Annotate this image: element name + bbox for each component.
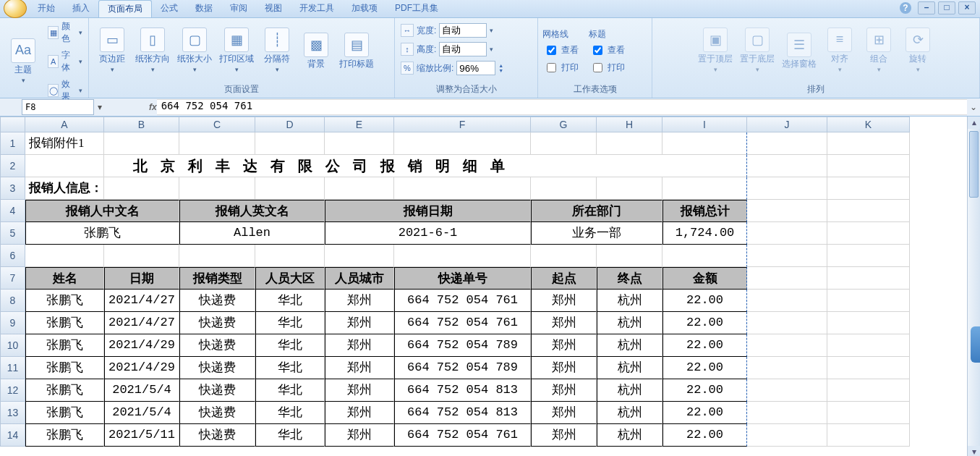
minimize-button[interactable]: –	[918, 1, 935, 14]
cell[interactable]: 2021/4/27	[104, 312, 179, 334]
cell[interactable]	[827, 424, 910, 447]
scale-height-input[interactable]	[439, 42, 487, 56]
row-header-13[interactable]: 13	[0, 402, 25, 424]
cell[interactable]	[827, 357, 910, 379]
tab-加载项[interactable]: 加载项	[343, 0, 386, 17]
cell[interactable]	[747, 222, 827, 245]
cell[interactable]: 快递费	[179, 357, 255, 379]
cell[interactable]: 郑州	[531, 379, 597, 402]
cell[interactable]: 郑州	[531, 357, 597, 379]
cell[interactable]: 张鹏飞	[25, 379, 104, 402]
cell[interactable]: 2021-6-1	[325, 222, 531, 245]
cell[interactable]	[747, 424, 827, 447]
cell[interactable]	[179, 177, 255, 200]
row-header-6[interactable]: 6	[0, 245, 25, 267]
cell[interactable]: 郑州	[531, 334, 597, 357]
name-box[interactable]: F8	[22, 99, 94, 115]
print-area-button[interactable]: ▦打印区域▾	[216, 26, 257, 76]
cell[interactable]	[597, 177, 662, 200]
cell[interactable]	[827, 402, 910, 424]
col-header-K[interactable]: K	[827, 117, 910, 132]
app-logo-icon[interactable]	[4, 0, 27, 18]
theme-colors-button[interactable]: ▦颜色 ▾	[46, 20, 84, 46]
cell[interactable]: 2021/4/29	[104, 357, 179, 379]
cell[interactable]: 杭州	[597, 379, 662, 402]
cell[interactable]: 快递费	[179, 424, 255, 447]
col-header-J[interactable]: J	[747, 117, 827, 132]
cell[interactable]: 人员大区	[255, 267, 325, 290]
cell[interactable]	[827, 222, 910, 245]
row-header-5[interactable]: 5	[0, 222, 25, 245]
col-header-F[interactable]: F	[394, 117, 531, 132]
cell[interactable]	[531, 177, 597, 200]
cell[interactable]: 快递费	[179, 334, 255, 357]
cell[interactable]	[662, 245, 747, 267]
cell[interactable]: 杭州	[597, 312, 662, 334]
cell[interactable]: 业务一部	[531, 222, 662, 245]
cell[interactable]	[255, 132, 325, 155]
cell[interactable]: 起点	[531, 267, 597, 290]
cell[interactable]	[394, 177, 531, 200]
cell[interactable]: 日期	[104, 267, 179, 290]
cell[interactable]: 664 752 054 761	[394, 312, 531, 334]
cell[interactable]	[255, 177, 325, 200]
cell[interactable]: 664 752 054 813	[394, 402, 531, 424]
cell[interactable]	[325, 177, 394, 200]
spinner-up-icon[interactable]: ▲	[498, 63, 503, 68]
cell[interactable]	[747, 334, 827, 357]
cell[interactable]	[747, 155, 827, 177]
cell[interactable]: 2021/5/11	[104, 424, 179, 447]
fx-icon[interactable]: fx	[149, 102, 157, 112]
cell[interactable]: 664 752 054 813	[394, 379, 531, 402]
grid-view-checkbox[interactable]: 查看	[542, 43, 580, 58]
cell[interactable]: 张鹏飞	[25, 290, 104, 312]
cell[interactable]	[597, 132, 662, 155]
cell[interactable]	[747, 312, 827, 334]
side-slider-icon[interactable]	[971, 326, 980, 363]
cell[interactable]	[827, 379, 910, 402]
cell[interactable]: 张鹏飞	[25, 334, 104, 357]
cell[interactable]: 郑州	[531, 424, 597, 447]
spinner-down-icon[interactable]: ▼	[498, 68, 503, 73]
cell[interactable]	[827, 312, 910, 334]
cell[interactable]	[747, 132, 827, 155]
cell[interactable]: 2021/4/27	[104, 290, 179, 312]
row-header-11[interactable]: 11	[0, 357, 25, 379]
row-header-14[interactable]: 14	[0, 424, 25, 447]
cell[interactable]	[747, 245, 827, 267]
cell[interactable]: 1,724.00	[662, 222, 747, 245]
print-titles-button[interactable]: ▤打印标题	[336, 31, 377, 70]
cell[interactable]: 杭州	[597, 357, 662, 379]
cell[interactable]: 22.00	[662, 379, 747, 402]
cell[interactable]: 姓名	[25, 267, 104, 290]
tab-开发工具[interactable]: 开发工具	[291, 0, 343, 17]
orientation-button[interactable]: ▯纸张方向▾	[132, 26, 173, 76]
paper-size-button[interactable]: ▢纸张大小▾	[174, 26, 215, 76]
cell[interactable]	[827, 132, 910, 155]
cell[interactable]: 报销类型	[179, 267, 255, 290]
cell[interactable]: 杭州	[597, 334, 662, 357]
cell[interactable]: 杭州	[597, 424, 662, 447]
row-header-7[interactable]: 7	[0, 267, 25, 290]
scroll-down-icon[interactable]: ▾	[968, 446, 980, 456]
cell[interactable]: 华北	[255, 357, 325, 379]
cell[interactable]: 2021/5/4	[104, 379, 179, 402]
col-header-E[interactable]: E	[325, 117, 394, 132]
cell[interactable]: 664 752 054 789	[394, 357, 531, 379]
cell[interactable]	[25, 245, 104, 267]
cell[interactable]	[325, 245, 394, 267]
restore-button[interactable]: □	[938, 1, 955, 14]
scale-width-input[interactable]	[439, 23, 487, 38]
col-header-G[interactable]: G	[531, 117, 597, 132]
cell[interactable]	[179, 132, 255, 155]
vertical-scrollbar[interactable]: ▴ ▾	[967, 117, 980, 456]
cell[interactable]: 终点	[597, 267, 662, 290]
cell[interactable]	[827, 200, 910, 222]
cell[interactable]: 杭州	[597, 402, 662, 424]
cell[interactable]	[531, 132, 597, 155]
themes-button[interactable]: Aa 主题▾	[4, 37, 42, 87]
cell[interactable]	[531, 245, 597, 267]
row-header-1[interactable]: 1	[0, 132, 25, 155]
grid-print-checkbox[interactable]: 打印	[542, 60, 580, 75]
cell[interactable]: 华北	[255, 334, 325, 357]
